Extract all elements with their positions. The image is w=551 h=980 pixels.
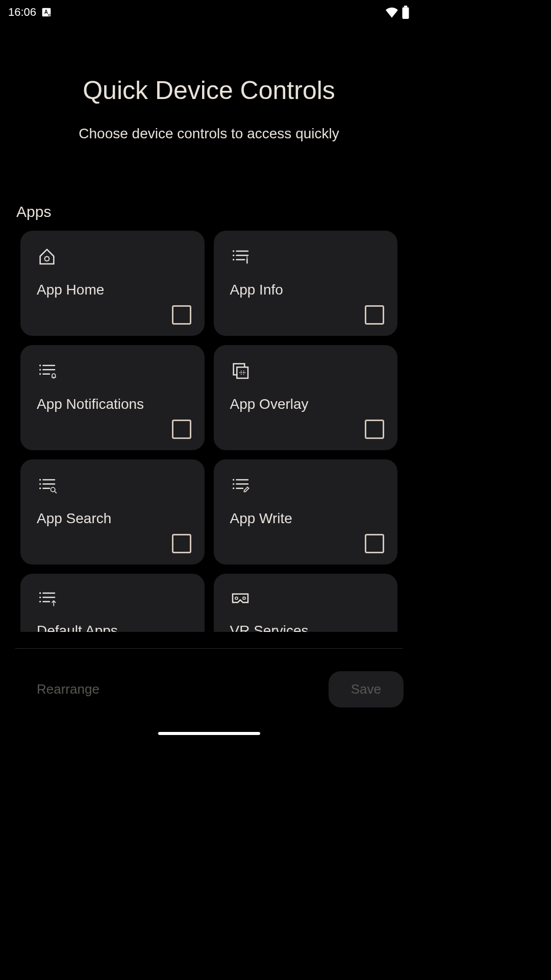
list-info-icon (230, 245, 382, 267)
card-label: VR Services (230, 623, 382, 632)
card-label: App Info (230, 282, 382, 298)
card-app-overlay[interactable]: App Overlay (214, 345, 398, 450)
checkbox[interactable] (365, 534, 384, 553)
svg-point-46 (235, 597, 238, 600)
svg-point-40 (39, 592, 41, 594)
rearrange-label: Rearrange (37, 681, 99, 697)
home-gear-icon (37, 245, 188, 267)
overlay-icon (230, 359, 382, 382)
svg-point-19 (39, 369, 41, 371)
svg-point-38 (233, 487, 234, 489)
nav-pill[interactable] (158, 732, 260, 735)
cards-grid: App Home App Info (0, 231, 418, 632)
rearrange-button[interactable]: Rearrange (14, 671, 122, 707)
page-title: Quick Device Controls (0, 76, 418, 105)
checkbox[interactable] (172, 420, 191, 439)
wifi-icon (385, 7, 398, 18)
battery-icon (402, 6, 410, 19)
svg-point-21 (39, 373, 41, 375)
checkbox[interactable] (172, 305, 191, 325)
divider (15, 648, 403, 649)
checkbox[interactable] (365, 305, 384, 325)
card-label: App Write (230, 510, 382, 527)
card-app-info[interactable]: App Info (214, 231, 398, 336)
card-vr-services[interactable]: VR Services (214, 574, 398, 632)
card-app-search[interactable]: App Search (20, 459, 205, 565)
section-label-apps: Apps (16, 203, 418, 220)
card-label: App Overlay (230, 396, 382, 412)
card-app-notifications[interactable]: App Notifications (20, 345, 205, 450)
card-label: Default Apps (37, 623, 188, 632)
status-right (385, 6, 410, 19)
card-label: App Home (37, 282, 188, 298)
svg-point-28 (39, 483, 41, 485)
svg-point-3 (48, 15, 49, 16)
svg-point-13 (233, 259, 234, 260)
checkbox[interactable] (365, 420, 384, 439)
save-button[interactable]: Save (329, 671, 404, 707)
svg-point-34 (233, 479, 234, 480)
svg-point-16 (246, 256, 248, 258)
svg-rect-6 (404, 6, 408, 7)
page-subtitle: Choose device controls to access quickly (0, 126, 418, 142)
list-edit-icon (230, 474, 382, 496)
footer: Rearrange Save (0, 671, 418, 707)
list-search-icon (37, 474, 188, 496)
card-app-write[interactable]: App Write (214, 459, 398, 565)
svg-text:A: A (44, 9, 48, 15)
svg-point-47 (243, 597, 245, 600)
card-label: App Notifications (37, 396, 188, 412)
list-up-icon (37, 588, 188, 608)
svg-point-30 (39, 487, 41, 489)
card-default-apps[interactable]: Default Apps (20, 574, 205, 632)
status-bar: 16:06 A (0, 0, 418, 24)
status-time: 16:06 (8, 6, 36, 19)
svg-line-33 (55, 492, 56, 493)
svg-point-2 (48, 14, 49, 15)
cards-viewport[interactable]: App Home App Info (0, 220, 418, 632)
svg-point-9 (233, 250, 234, 252)
svg-point-8 (45, 257, 49, 261)
svg-point-4 (49, 14, 51, 15)
list-bell-icon (37, 359, 188, 382)
keyboard-icon: A (41, 7, 52, 17)
svg-point-26 (39, 479, 41, 480)
svg-point-36 (233, 483, 234, 485)
svg-point-5 (49, 15, 51, 16)
svg-rect-7 (403, 7, 409, 19)
vr-icon (230, 588, 382, 608)
svg-point-11 (233, 255, 234, 256)
card-label: App Search (37, 510, 188, 527)
checkbox[interactable] (172, 534, 191, 553)
save-label: Save (351, 681, 381, 697)
status-left: 16:06 A (8, 6, 52, 19)
card-app-home[interactable]: App Home (20, 231, 205, 336)
svg-rect-25 (237, 367, 248, 378)
svg-point-17 (39, 364, 41, 366)
svg-point-44 (39, 601, 41, 602)
svg-point-42 (39, 597, 41, 598)
